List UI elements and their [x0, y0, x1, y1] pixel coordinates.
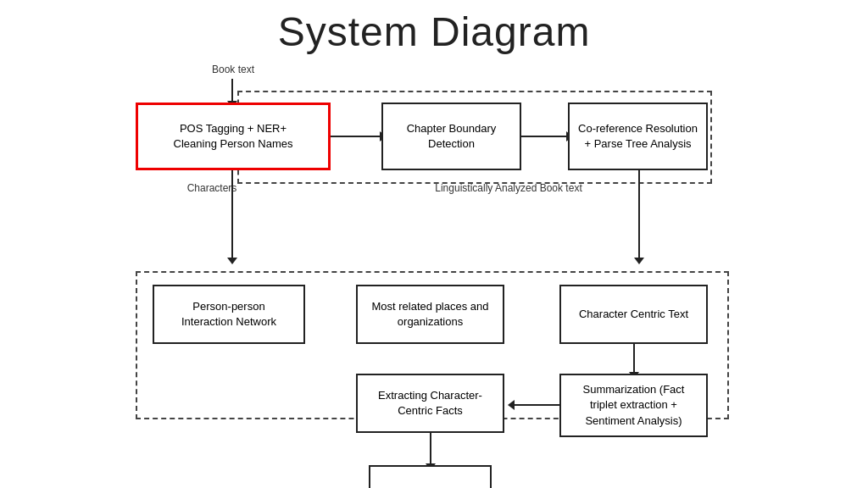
summarization-box: Summarization (Fact triplet extraction +… — [559, 374, 708, 437]
person-person-box: Person-person Interaction Network — [153, 285, 305, 344]
character-centric-box: Character Centric Text — [559, 285, 708, 344]
coreference-box: Co-reference Resolution + Parse Tree Ana… — [568, 103, 708, 170]
arrow-book-to-pos — [231, 79, 233, 103]
arrow-pos-to-chapter — [331, 136, 381, 137]
extracting-box: Extracting Character- Centric Facts — [356, 374, 504, 433]
page-title: System Diagram — [0, 0, 868, 55]
linguistically-label: Linguistically Analyzed Book text — [381, 182, 636, 194]
arrow-coref-down — [638, 170, 640, 259]
arrow-chapter-to-coref — [521, 136, 568, 137]
diagram-area: Book text POS Tagging + NER+ Cleaning Pe… — [51, 64, 834, 480]
characters-label: Characters — [161, 182, 263, 194]
character-infoboxes-box: Character Infoboxes — [369, 465, 492, 488]
arrow-pos-to-chars — [231, 170, 233, 259]
arrow-charcentric-to-summ — [633, 344, 635, 374]
book-text-label: Book text — [182, 64, 284, 75]
arrow-extract-to-info — [430, 433, 431, 465]
pos-tagging-box: POS Tagging + NER+ Cleaning Person Names — [136, 103, 331, 170]
most-related-box: Most related places and organizations — [356, 285, 504, 344]
arrow-summ-to-extract — [513, 404, 559, 406]
chapter-boundary-box: Chapter Boundary Detection — [381, 103, 521, 170]
